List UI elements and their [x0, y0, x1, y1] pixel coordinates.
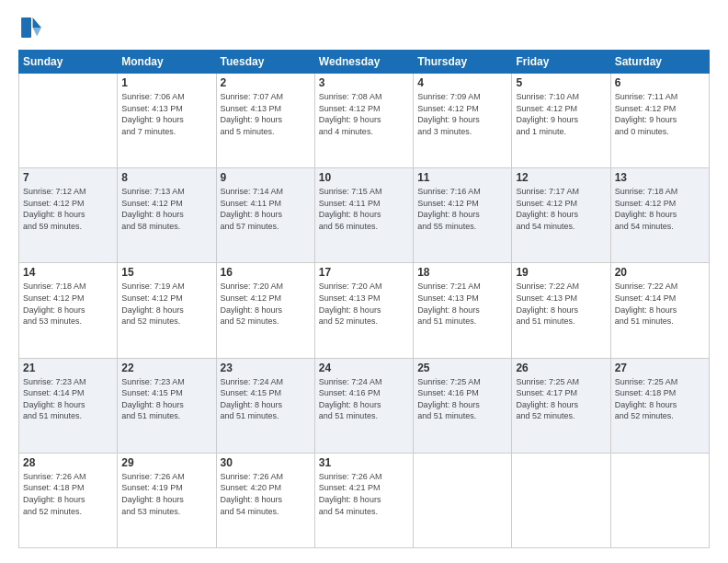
page: SundayMondayTuesdayWednesdayThursdayFrid… [0, 0, 728, 563]
day-number: 12 [516, 171, 606, 184]
day-number: 7 [23, 171, 113, 184]
weekday-header-tuesday: Tuesday [216, 51, 314, 74]
day-number: 24 [319, 362, 409, 374]
day-number: 22 [121, 362, 211, 374]
day-number: 8 [121, 171, 211, 184]
calendar-cell [414, 453, 512, 547]
day-number: 28 [23, 456, 113, 469]
day-number: 15 [121, 266, 211, 279]
day-number: 23 [221, 362, 311, 374]
day-number: 3 [319, 76, 409, 89]
header [18, 15, 710, 40]
calendar-cell: 27Sunrise: 7:25 AM Sunset: 4:18 PM Dayli… [610, 358, 709, 453]
day-number: 31 [319, 456, 409, 469]
calendar-cell: 29Sunrise: 7:26 AM Sunset: 4:19 PM Dayli… [118, 453, 216, 547]
calendar-cell: 22Sunrise: 7:23 AM Sunset: 4:15 PM Dayli… [118, 358, 216, 453]
calendar-cell: 3Sunrise: 7:08 AM Sunset: 4:12 PM Daylig… [314, 74, 413, 168]
day-info: Sunrise: 7:21 AM Sunset: 4:13 PM Dayligh… [417, 281, 507, 327]
day-info: Sunrise: 7:26 AM Sunset: 4:20 PM Dayligh… [221, 471, 311, 517]
calendar-cell: 7Sunrise: 7:12 AM Sunset: 4:12 PM Daylig… [19, 168, 118, 263]
calendar-cell: 25Sunrise: 7:25 AM Sunset: 4:16 PM Dayli… [414, 358, 512, 453]
day-number: 18 [417, 266, 507, 279]
day-info: Sunrise: 7:19 AM Sunset: 4:12 PM Dayligh… [121, 281, 211, 327]
calendar-cell [512, 453, 610, 547]
day-number: 16 [221, 266, 311, 279]
calendar-week-4: 21Sunrise: 7:23 AM Sunset: 4:14 PM Dayli… [19, 358, 710, 453]
day-info: Sunrise: 7:17 AM Sunset: 4:12 PM Dayligh… [516, 186, 606, 232]
calendar-cell: 17Sunrise: 7:20 AM Sunset: 4:13 PM Dayli… [314, 263, 413, 358]
calendar-cell: 16Sunrise: 7:20 AM Sunset: 4:12 PM Dayli… [216, 263, 314, 358]
calendar-cell: 18Sunrise: 7:21 AM Sunset: 4:13 PM Dayli… [414, 263, 512, 358]
calendar-cell: 14Sunrise: 7:18 AM Sunset: 4:12 PM Dayli… [19, 263, 118, 358]
day-info: Sunrise: 7:24 AM Sunset: 4:16 PM Dayligh… [319, 376, 409, 422]
day-info: Sunrise: 7:07 AM Sunset: 4:13 PM Dayligh… [221, 91, 311, 137]
day-number: 11 [417, 171, 507, 184]
weekday-header-friday: Friday [512, 51, 610, 74]
calendar-cell: 26Sunrise: 7:25 AM Sunset: 4:17 PM Dayli… [512, 358, 610, 453]
day-number: 2 [221, 76, 311, 89]
day-info: Sunrise: 7:22 AM Sunset: 4:14 PM Dayligh… [615, 281, 705, 327]
day-info: Sunrise: 7:25 AM Sunset: 4:18 PM Dayligh… [615, 376, 705, 422]
svg-marker-0 [33, 17, 41, 28]
day-info: Sunrise: 7:26 AM Sunset: 4:18 PM Dayligh… [23, 471, 113, 517]
day-number: 5 [516, 76, 606, 89]
day-info: Sunrise: 7:16 AM Sunset: 4:12 PM Dayligh… [417, 186, 507, 232]
calendar-cell: 15Sunrise: 7:19 AM Sunset: 4:12 PM Dayli… [118, 263, 216, 358]
calendar-week-3: 14Sunrise: 7:18 AM Sunset: 4:12 PM Dayli… [19, 263, 710, 358]
day-info: Sunrise: 7:24 AM Sunset: 4:15 PM Dayligh… [221, 376, 311, 422]
svg-rect-2 [21, 17, 31, 38]
day-number: 9 [221, 171, 311, 184]
day-info: Sunrise: 7:18 AM Sunset: 4:12 PM Dayligh… [615, 186, 705, 232]
day-number: 26 [516, 362, 606, 374]
calendar-cell: 24Sunrise: 7:24 AM Sunset: 4:16 PM Dayli… [314, 358, 413, 453]
day-number: 10 [319, 171, 409, 184]
calendar-week-1: 1Sunrise: 7:06 AM Sunset: 4:13 PM Daylig… [19, 74, 710, 168]
day-number: 30 [221, 456, 311, 469]
calendar-cell: 19Sunrise: 7:22 AM Sunset: 4:13 PM Dayli… [512, 263, 610, 358]
calendar-cell: 1Sunrise: 7:06 AM Sunset: 4:13 PM Daylig… [118, 74, 216, 168]
calendar-cell: 2Sunrise: 7:07 AM Sunset: 4:13 PM Daylig… [216, 74, 314, 168]
day-info: Sunrise: 7:11 AM Sunset: 4:12 PM Dayligh… [615, 91, 705, 137]
day-info: Sunrise: 7:09 AM Sunset: 4:12 PM Dayligh… [417, 91, 507, 137]
weekday-header-thursday: Thursday [414, 51, 512, 74]
day-number: 17 [319, 266, 409, 279]
calendar-table: SundayMondayTuesdayWednesdayThursdayFrid… [18, 50, 710, 548]
day-info: Sunrise: 7:23 AM Sunset: 4:15 PM Dayligh… [121, 376, 211, 422]
calendar-cell: 20Sunrise: 7:22 AM Sunset: 4:14 PM Dayli… [610, 263, 709, 358]
day-info: Sunrise: 7:10 AM Sunset: 4:12 PM Dayligh… [516, 91, 606, 137]
day-info: Sunrise: 7:13 AM Sunset: 4:12 PM Dayligh… [121, 186, 211, 232]
day-number: 27 [615, 362, 705, 374]
weekday-header-monday: Monday [118, 51, 216, 74]
weekday-header-row: SundayMondayTuesdayWednesdayThursdayFrid… [19, 51, 710, 74]
day-number: 6 [615, 76, 705, 89]
day-info: Sunrise: 7:26 AM Sunset: 4:19 PM Dayligh… [121, 471, 211, 517]
calendar-cell: 9Sunrise: 7:14 AM Sunset: 4:11 PM Daylig… [216, 168, 314, 263]
day-info: Sunrise: 7:20 AM Sunset: 4:13 PM Dayligh… [319, 281, 409, 327]
day-info: Sunrise: 7:23 AM Sunset: 4:14 PM Dayligh… [23, 376, 113, 422]
day-number: 14 [23, 266, 113, 279]
calendar-cell: 12Sunrise: 7:17 AM Sunset: 4:12 PM Dayli… [512, 168, 610, 263]
day-info: Sunrise: 7:08 AM Sunset: 4:12 PM Dayligh… [319, 91, 409, 137]
weekday-header-sunday: Sunday [19, 51, 118, 74]
calendar-cell: 10Sunrise: 7:15 AM Sunset: 4:11 PM Dayli… [314, 168, 413, 263]
weekday-header-saturday: Saturday [610, 51, 709, 74]
day-number: 19 [516, 266, 606, 279]
day-info: Sunrise: 7:20 AM Sunset: 4:12 PM Dayligh… [221, 281, 311, 327]
day-info: Sunrise: 7:14 AM Sunset: 4:11 PM Dayligh… [221, 186, 311, 232]
day-info: Sunrise: 7:18 AM Sunset: 4:12 PM Dayligh… [23, 281, 113, 327]
day-info: Sunrise: 7:22 AM Sunset: 4:13 PM Dayligh… [516, 281, 606, 327]
day-number: 13 [615, 171, 705, 184]
day-number: 25 [417, 362, 507, 374]
calendar-cell: 30Sunrise: 7:26 AM Sunset: 4:20 PM Dayli… [216, 453, 314, 547]
calendar-cell: 31Sunrise: 7:26 AM Sunset: 4:21 PM Dayli… [314, 453, 413, 547]
day-info: Sunrise: 7:25 AM Sunset: 4:16 PM Dayligh… [417, 376, 507, 422]
calendar-cell: 6Sunrise: 7:11 AM Sunset: 4:12 PM Daylig… [610, 74, 709, 168]
day-number: 4 [417, 76, 507, 89]
weekday-header-wednesday: Wednesday [314, 51, 413, 74]
calendar-cell: 11Sunrise: 7:16 AM Sunset: 4:12 PM Dayli… [414, 168, 512, 263]
calendar-cell: 13Sunrise: 7:18 AM Sunset: 4:12 PM Dayli… [610, 168, 709, 263]
day-info: Sunrise: 7:25 AM Sunset: 4:17 PM Dayligh… [516, 376, 606, 422]
day-number: 21 [23, 362, 113, 374]
calendar-week-2: 7Sunrise: 7:12 AM Sunset: 4:12 PM Daylig… [19, 168, 710, 263]
svg-marker-1 [33, 28, 41, 36]
